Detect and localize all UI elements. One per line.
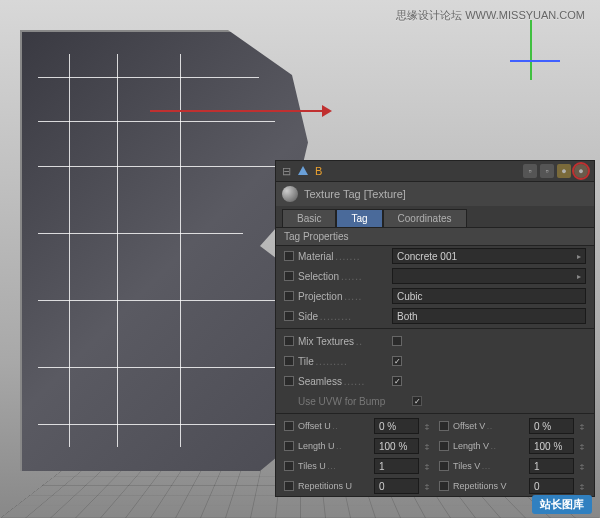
row-offset-u: Offset U . . 0 % ‡ <box>280 416 435 436</box>
label-offsetu: Offset U . . <box>298 421 370 431</box>
separator-2 <box>276 413 594 414</box>
object-type-icon <box>297 165 309 177</box>
spinner-offsetu[interactable]: ‡ <box>423 422 431 431</box>
label-selection: Selection . . . . . . <box>298 271 388 282</box>
object-path-bar: ⊟ B ▫ ▫ ● ● <box>276 161 594 182</box>
label-offsetv: Offset V . . <box>453 421 525 431</box>
object-name[interactable]: B <box>315 165 517 177</box>
anim-dot-selection[interactable] <box>284 271 294 281</box>
tab-bar: Basic Tag Coordinates <box>276 206 594 227</box>
spinner-tilesv[interactable]: ‡ <box>578 462 586 471</box>
field-repsu[interactable]: 0 <box>374 478 419 494</box>
separator <box>276 328 594 329</box>
anim-dot-offsetv[interactable] <box>439 421 449 431</box>
tag-icon-2[interactable]: ▫ <box>540 164 554 178</box>
field-selection[interactable] <box>392 268 586 284</box>
anim-dot-offsetu[interactable] <box>284 421 294 431</box>
attribute-panel: ⊟ B ▫ ▫ ● ● Texture Tag [Texture] Basic … <box>275 160 595 497</box>
tab-tag[interactable]: Tag <box>336 209 382 227</box>
field-tilesv[interactable]: 1 <box>529 458 574 474</box>
label-projection: Projection . . . . . <box>298 291 388 302</box>
hierarchy-toggle-icon[interactable]: ⊟ <box>282 165 291 178</box>
label-lengthv: Length V . . <box>453 441 525 451</box>
spinner-tilesu[interactable]: ‡ <box>423 462 431 471</box>
spinner-repsv[interactable]: ‡ <box>578 482 586 491</box>
row-side: Side . . . . . . . . . Both <box>276 306 594 326</box>
section-header: Tag Properties <box>276 227 594 246</box>
anim-dot-projection[interactable] <box>284 291 294 301</box>
label-tile: Tile . . . . . . . . . <box>298 356 388 367</box>
label-material: Material . . . . . . . <box>298 251 388 262</box>
field-offsetu[interactable]: 0 % <box>374 418 419 434</box>
field-offsetv[interactable]: 0 % <box>529 418 574 434</box>
texture-tag-icon-selected[interactable]: ● <box>574 164 588 178</box>
uv-grid: Offset U . . 0 % ‡ Offset V . . 0 % ‡ Le… <box>276 416 594 496</box>
field-lengthv[interactable]: 100 % <box>529 438 574 454</box>
field-repsv[interactable]: 0 <box>529 478 574 494</box>
label-repsv: Repetitions V <box>453 481 525 491</box>
row-mix-textures: Mix Textures . . <box>276 331 594 351</box>
tab-coordinates[interactable]: Coordinates <box>383 209 467 227</box>
spinner-lengthu[interactable]: ‡ <box>423 442 431 451</box>
anim-dot-tilesu[interactable] <box>284 461 294 471</box>
spinner-offsetv[interactable]: ‡ <box>578 422 586 431</box>
row-tiles-v: Tiles V . . . 1 ‡ <box>435 456 590 476</box>
label-mix: Mix Textures . . <box>298 336 388 347</box>
label-repsu: Repetitions U <box>298 481 370 491</box>
row-uvw-bump: Use UVW for Bump ✓ <box>276 391 594 411</box>
label-tilesu: Tiles U . . . <box>298 461 370 471</box>
anim-dot-tile[interactable] <box>284 356 294 366</box>
row-reps-v: Repetitions V 0 ‡ <box>435 476 590 496</box>
anim-dot-lengthv[interactable] <box>439 441 449 451</box>
spinner-repsu[interactable]: ‡ <box>423 482 431 491</box>
row-tiles-u: Tiles U . . . 1 ‡ <box>280 456 435 476</box>
anim-dot-mix[interactable] <box>284 336 294 346</box>
tag-icon-1[interactable]: ▫ <box>523 164 537 178</box>
anim-dot-repsv[interactable] <box>439 481 449 491</box>
row-tile: Tile . . . . . . . . . ✓ <box>276 351 594 371</box>
material-sphere-icon <box>282 186 298 202</box>
row-reps-u: Repetitions U 0 ‡ <box>280 476 435 496</box>
source-badge: 站长图库 <box>532 495 592 514</box>
anim-dot-side[interactable] <box>284 311 294 321</box>
anim-dot-repsu[interactable] <box>284 481 294 491</box>
row-material: Material . . . . . . . Concrete 001 <box>276 246 594 266</box>
axis-z <box>510 60 560 62</box>
row-length-v: Length V . . 100 % ‡ <box>435 436 590 456</box>
watermark-text: 思缘设计论坛 WWW.MISSYUAN.COM <box>396 8 585 23</box>
anim-dot-seamless[interactable] <box>284 376 294 386</box>
panel-header: Texture Tag [Texture] <box>276 182 594 206</box>
svg-marker-0 <box>298 166 308 175</box>
spinner-lengthv[interactable]: ‡ <box>578 442 586 451</box>
label-seamless: Seamless . . . . . . <box>298 376 388 387</box>
checkbox-seamless[interactable]: ✓ <box>392 376 402 386</box>
row-offset-v: Offset V . . 0 % ‡ <box>435 416 590 436</box>
field-side[interactable]: Both <box>392 308 586 324</box>
axis-y <box>530 20 532 80</box>
checkbox-tile[interactable]: ✓ <box>392 356 402 366</box>
object-tag-icons: ▫ ▫ ● ● <box>523 164 588 178</box>
tab-basic[interactable]: Basic <box>282 209 336 227</box>
row-seamless: Seamless . . . . . . ✓ <box>276 371 594 391</box>
checkbox-mix[interactable] <box>392 336 402 346</box>
axis-arrow-x[interactable] <box>150 110 330 112</box>
field-tilesu[interactable]: 1 <box>374 458 419 474</box>
label-tilesv: Tiles V . . . <box>453 461 525 471</box>
checkbox-uvw: ✓ <box>412 396 422 406</box>
anim-dot-tilesv[interactable] <box>439 461 449 471</box>
field-material[interactable]: Concrete 001 <box>392 248 586 264</box>
label-side: Side . . . . . . . . . <box>298 311 388 322</box>
label-uvw: Use UVW for Bump <box>298 396 408 407</box>
field-projection[interactable]: Cubic <box>392 288 586 304</box>
row-projection: Projection . . . . . Cubic <box>276 286 594 306</box>
label-lengthu: Length U . . <box>298 441 370 451</box>
row-selection: Selection . . . . . . <box>276 266 594 286</box>
field-lengthu[interactable]: 100 % <box>374 438 419 454</box>
row-length-u: Length U . . 100 % ‡ <box>280 436 435 456</box>
panel-title: Texture Tag [Texture] <box>304 188 406 200</box>
anim-dot-lengthu[interactable] <box>284 441 294 451</box>
anim-dot-material[interactable] <box>284 251 294 261</box>
tag-icon-3[interactable]: ● <box>557 164 571 178</box>
